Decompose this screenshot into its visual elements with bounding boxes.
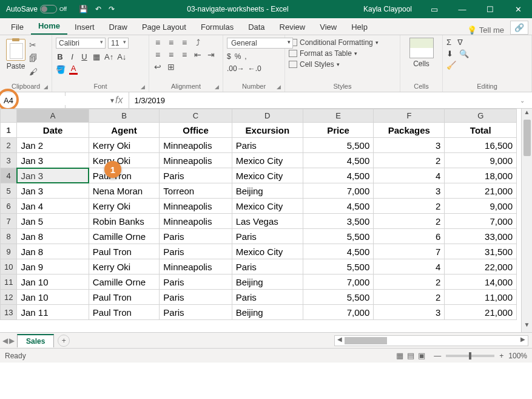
bold-button[interactable]: B [56,52,64,61]
indent-decrease-icon[interactable]: ⇤ [193,50,203,60]
sheet-next-icon[interactable]: ▶ [9,336,15,345]
add-sheet-button[interactable]: + [58,335,70,347]
cell[interactable]: 3 [374,305,445,320]
align-center-icon[interactable]: ≡ [166,50,176,60]
cell[interactable]: 5,500 [303,259,373,275]
cell[interactable]: Paris [160,244,232,259]
cell[interactable]: 3,500 [303,214,373,229]
cell[interactable]: Minneapolis [160,259,232,275]
sheet-tab-sales[interactable]: Sales [17,334,54,347]
wrap-text-icon[interactable]: ↩ [153,62,163,72]
close-icon[interactable]: ✕ [504,5,532,14]
indent-increase-icon[interactable]: ⇥ [206,50,216,60]
cell[interactable]: Paris [160,275,232,290]
hscroll-thumb[interactable] [345,337,387,344]
cell[interactable]: 2 [374,275,445,290]
maximize-icon[interactable]: ☐ [476,5,504,14]
header-cell[interactable]: Office [160,123,232,138]
cell[interactable]: 2 [374,290,445,305]
conditional-formatting-button[interactable]: Conditional Formatting▾ [289,38,379,47]
worksheet-grid[interactable]: ABCDEFG1DateAgentOfficeExcursionPricePac… [0,109,532,332]
cell[interactable]: Jan 11 [17,305,89,320]
cell[interactable]: Paul Tron [89,168,160,183]
normal-view-icon[interactable]: ▦ [396,351,403,360]
zoom-out-icon[interactable]: — [434,352,441,360]
tab-help[interactable]: Help [344,19,375,35]
undo-icon[interactable]: ↶ [95,5,101,13]
scroll-thumb[interactable] [524,120,531,156]
increase-font-icon[interactable]: A↑ [104,52,113,61]
zoom-level[interactable]: 100% [508,352,527,360]
tab-formulas[interactable]: Formulas [194,19,241,35]
cell[interactable]: Kerry Oki [89,259,160,275]
cell[interactable]: 4,500 [303,244,373,259]
cell[interactable]: Jan 9 [17,259,89,275]
cell[interactable]: 3 [374,138,445,153]
align-left-icon[interactable]: ≡ [153,50,163,60]
cell[interactable]: Jan 10 [17,275,89,290]
row-header-9[interactable]: 9 [1,244,17,259]
row-header-10[interactable]: 10 [1,259,17,275]
cell[interactable]: Minneapolis [160,199,232,214]
col-header-A[interactable]: A [17,109,89,123]
cell[interactable]: 11,000 [445,290,517,305]
cell[interactable]: Paris [160,290,232,305]
col-header-F[interactable]: F [374,109,445,123]
cell[interactable]: Kerry Oki [89,138,160,153]
cell-styles-button[interactable]: Cell Styles▾ [289,60,379,69]
cell[interactable]: Beijing [232,305,303,320]
minimize-icon[interactable]: — [448,5,476,14]
cell[interactable]: 9,000 [445,199,517,214]
row-header-6[interactable]: 6 [1,199,17,214]
cell[interactable]: Paris [232,229,303,244]
cell[interactable]: Torreon [160,183,232,199]
cell[interactable]: 21,000 [445,305,517,320]
cell[interactable]: 31,500 [445,244,517,259]
cell[interactable]: Beijing [232,183,303,199]
cell[interactable]: 2 [374,199,445,214]
cell[interactable]: 7 [374,244,445,259]
formula-expand-icon[interactable]: ⌄ [520,92,532,108]
header-cell[interactable]: Agent [89,123,160,138]
cell[interactable]: Kerry Oki [89,153,160,168]
header-cell[interactable]: Packages [374,123,445,138]
font-name-select[interactable]: Calibri [56,38,106,49]
tab-insert[interactable]: Insert [67,19,102,35]
user-name[interactable]: Kayla Claypool [355,5,420,13]
cell[interactable]: Robin Banks [89,214,160,229]
cell[interactable]: 7,000 [303,305,373,320]
align-bottom-icon[interactable]: ≡ [180,38,189,47]
cell[interactable]: Nena Moran [89,183,160,199]
cell[interactable]: Mexico City [232,168,303,183]
percent-icon[interactable]: % [235,52,241,61]
row-header-11[interactable]: 11 [1,275,17,290]
tab-review[interactable]: Review [272,19,313,35]
cell[interactable]: 4,500 [303,153,373,168]
cell[interactable]: Paris [232,259,303,275]
col-header-E[interactable]: E [303,109,373,123]
header-cell[interactable]: Price [303,123,373,138]
align-right-icon[interactable]: ≡ [180,50,189,60]
increase-decimal-icon[interactable]: .00→ [227,64,244,73]
italic-button[interactable]: I [68,52,76,61]
share-button[interactable]: 🔗 [510,21,528,35]
cell[interactable]: Kerry Oki [89,199,160,214]
formula-input[interactable] [129,92,520,108]
cell[interactable]: 22,000 [445,259,517,275]
cell[interactable]: 16,500 [445,138,517,153]
name-box[interactable] [0,96,109,105]
tell-me[interactable]: 💡 Tell me [467,26,504,35]
fill-icon[interactable]: ⬇ [446,49,453,58]
cell[interactable]: 4 [374,168,445,183]
cell[interactable]: 5,500 [303,138,373,153]
launcher-icon[interactable]: ◢ [277,84,281,90]
tab-home[interactable]: Home [31,18,67,35]
cell[interactable]: 6 [374,229,445,244]
cell[interactable]: Las Vegas [232,214,303,229]
cell[interactable]: Paris [160,229,232,244]
redo-icon[interactable]: ↷ [109,5,115,13]
header-cell[interactable]: Total [445,123,517,138]
merge-icon[interactable]: ⊞ [166,62,176,72]
cell[interactable]: Beijing [232,275,303,290]
copy-icon[interactable]: 🗐 [29,53,38,63]
